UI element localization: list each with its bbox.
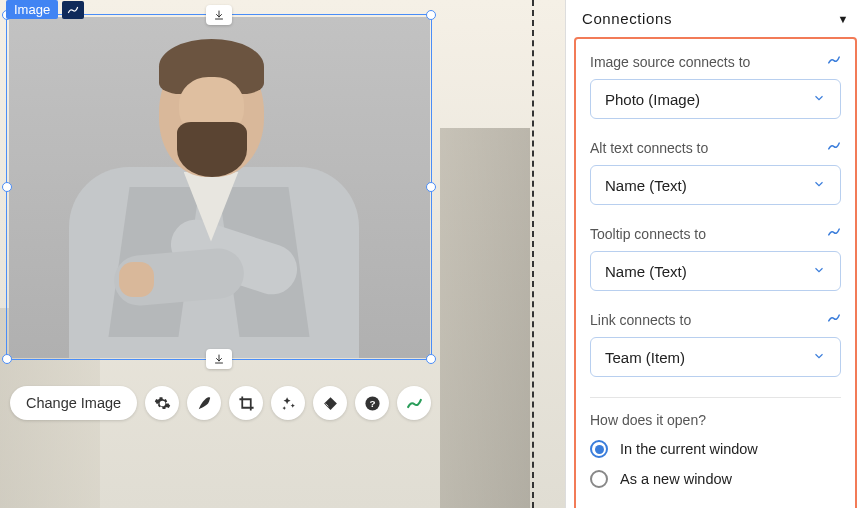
select-value: Photo (Image): [605, 91, 700, 108]
link-select[interactable]: Team (Item): [590, 337, 841, 377]
connection-icon[interactable]: [827, 139, 841, 157]
element-toolbar: Change Image ?: [10, 386, 431, 420]
change-image-button[interactable]: Change Image: [10, 386, 137, 420]
field-link: Link connects to Team (Item): [590, 311, 841, 377]
design-button[interactable]: [187, 386, 221, 420]
editor-canvas[interactable]: Image: [0, 0, 565, 508]
radio-label: As a new window: [620, 471, 732, 487]
selected-image-element[interactable]: Image: [6, 8, 432, 360]
field-alt-text: Alt text connects to Name (Text): [590, 139, 841, 205]
connections-panel: Connections ▼ Image source connects to P…: [565, 0, 865, 508]
section-divider-line: [532, 0, 534, 508]
chevron-down-icon: [812, 91, 826, 108]
resize-handle-sw[interactable]: [2, 354, 12, 364]
resize-handle-ne[interactable]: [426, 10, 436, 20]
section-divider: [590, 397, 841, 398]
image-content: [9, 17, 430, 358]
resize-handle-w[interactable]: [2, 182, 12, 192]
background-building-right: [440, 128, 530, 508]
selection-outline: [6, 14, 432, 360]
attach-bottom-button[interactable]: [206, 349, 232, 369]
radio-label: In the current window: [620, 441, 758, 457]
connection-icon[interactable]: [827, 225, 841, 243]
field-tooltip: Tooltip connects to Name (Text): [590, 225, 841, 291]
select-value: Name (Text): [605, 263, 687, 280]
settings-button[interactable]: [145, 386, 179, 420]
selection-tag: Image: [6, 0, 84, 19]
chevron-down-icon: [812, 263, 826, 280]
svg-text:?: ?: [369, 398, 375, 409]
panel-title: Connections: [582, 10, 672, 27]
select-value: Name (Text): [605, 177, 687, 194]
data-connection-button[interactable]: [397, 386, 431, 420]
connection-fields-highlight: Image source connects to Photo (Image) A…: [574, 37, 857, 508]
image-source-select[interactable]: Photo (Image): [590, 79, 841, 119]
radio-icon-unchecked: [590, 470, 608, 488]
panel-header[interactable]: Connections ▼: [566, 0, 865, 37]
animation-button[interactable]: [313, 386, 347, 420]
field-label: Link connects to: [590, 312, 691, 328]
connection-icon[interactable]: [827, 53, 841, 71]
connection-icon[interactable]: [62, 1, 84, 19]
tooltip-select[interactable]: Name (Text): [590, 251, 841, 291]
chevron-down-icon: [812, 349, 826, 366]
attach-top-button[interactable]: [206, 5, 232, 25]
alt-text-select[interactable]: Name (Text): [590, 165, 841, 205]
connection-icon[interactable]: [827, 311, 841, 329]
select-value: Team (Item): [605, 349, 685, 366]
chevron-down-icon: [812, 177, 826, 194]
selection-tag-label: Image: [6, 0, 58, 19]
resize-handle-se[interactable]: [426, 354, 436, 364]
field-label: Image source connects to: [590, 54, 750, 70]
radio-current-window[interactable]: In the current window: [590, 440, 841, 458]
filters-button[interactable]: [271, 386, 305, 420]
radio-icon-checked: [590, 440, 608, 458]
crop-button[interactable]: [229, 386, 263, 420]
field-label: Tooltip connects to: [590, 226, 706, 242]
field-label: Alt text connects to: [590, 140, 708, 156]
open-behavior-label: How does it open?: [590, 412, 841, 428]
field-image-source: Image source connects to Photo (Image): [590, 53, 841, 119]
radio-new-window[interactable]: As a new window: [590, 470, 841, 488]
collapse-icon: ▼: [838, 13, 850, 25]
resize-handle-e[interactable]: [426, 182, 436, 192]
help-button[interactable]: ?: [355, 386, 389, 420]
